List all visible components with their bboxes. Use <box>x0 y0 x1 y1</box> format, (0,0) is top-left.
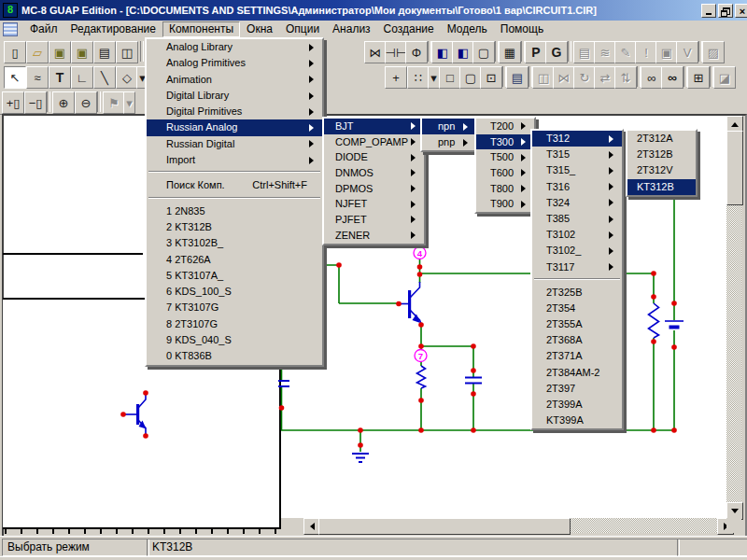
find-component-icon[interactable]: ∞ <box>661 66 684 89</box>
zoom-out-icon[interactable]: ⊖ <box>75 91 97 114</box>
point-tag-icon[interactable]: P <box>525 41 547 63</box>
menu-item[interactable]: T315_ <box>532 162 622 178</box>
ortho-wire-icon[interactable]: ∟ <box>71 66 93 89</box>
menu-item[interactable]: BJT <box>324 119 424 134</box>
menu-item[interactable]: 7 KT3107G <box>147 300 322 315</box>
menu-item[interactable]: DNMOS <box>324 165 424 181</box>
menu-item[interactable]: 2T384AM-2 <box>532 365 622 381</box>
menu-item[interactable]: Russian Digital <box>147 136 322 152</box>
menu-item[interactable] <box>148 171 320 177</box>
menu-item[interactable]: T300 <box>476 134 534 150</box>
horizontal-scroll-thumb[interactable] <box>318 518 571 535</box>
picture-icon[interactable]: ▨ <box>702 41 725 63</box>
flip-y-icon[interactable]: ⇅ <box>614 66 637 89</box>
grid-dots-icon[interactable]: ∷ <box>407 66 430 89</box>
add-page-icon[interactable]: +▯ <box>2 91 24 114</box>
menubar-item[interactable]: Модель <box>441 21 494 37</box>
menu-item[interactable]: 4 2T626A <box>147 252 322 268</box>
title-block-icon[interactable]: ▢ <box>459 66 482 89</box>
waveform-icon[interactable]: ≋ <box>594 41 616 63</box>
menu-item[interactable]: COMP_OPAMP <box>324 134 424 150</box>
menu-item[interactable]: T200 <box>476 119 534 134</box>
menu-item[interactable]: T3117 <box>532 259 622 275</box>
menu-item[interactable]: 2T354 <box>532 301 622 316</box>
vertical-scroll-thumb[interactable] <box>726 131 743 205</box>
menubar-item[interactable]: Окна <box>240 21 279 37</box>
menu-item[interactable]: 2T355A <box>532 316 622 332</box>
menubar-item[interactable]: Помощь <box>494 21 550 37</box>
zoom-in-icon[interactable]: ⊕ <box>52 91 75 114</box>
menu-item[interactable]: 2T371A <box>532 348 622 364</box>
menubar-item[interactable]: Редактирование <box>64 21 162 37</box>
vid-icon[interactable]: V <box>676 41 698 63</box>
analysis-limits-icon[interactable]: ▤ <box>573 41 596 63</box>
component-diode-icon[interactable]: ⋈ <box>364 41 387 63</box>
menu-item[interactable]: 2 KT312B <box>147 219 322 235</box>
menu-item[interactable]: DIODE <box>324 149 424 165</box>
scope-icon[interactable]: ▣ <box>655 41 678 63</box>
minimize-button[interactable] <box>701 4 716 18</box>
menu-item[interactable]: T500 <box>476 149 534 165</box>
menu-item[interactable]: Russian Analog <box>147 119 322 135</box>
rotate-icon[interactable]: ↻ <box>573 66 596 89</box>
menu-item[interactable]: 2T312A <box>627 131 696 147</box>
mirror-icon[interactable]: ⋈ <box>553 66 575 89</box>
menu-item[interactable]: T3102 <box>532 227 622 243</box>
menu-item[interactable]: NJFET <box>324 196 424 212</box>
menu-item[interactable] <box>534 278 620 285</box>
save-as-icon[interactable]: ▣ <box>71 41 93 63</box>
menu-item[interactable] <box>148 197 320 203</box>
fill-pattern-icon[interactable]: ◪ <box>713 66 736 89</box>
menu-item[interactable]: ZENER <box>324 228 424 244</box>
menu-item[interactable]: 0 KT836B <box>147 348 322 364</box>
restore-button[interactable] <box>718 4 733 18</box>
save-file-icon[interactable]: ▣ <box>49 41 71 63</box>
menu-item[interactable]: pnp <box>422 134 476 150</box>
copy-box-icon[interactable]: ◫ <box>532 66 555 89</box>
toolbar-button[interactable] <box>47 91 50 112</box>
new-file-icon[interactable]: ▯ <box>4 41 26 63</box>
grid-tag-icon[interactable]: G <box>545 41 568 63</box>
menu-item[interactable]: T385 <box>532 211 622 227</box>
window-layout-icon[interactable]: ▢ <box>472 41 495 63</box>
open-file-icon[interactable]: ▱ <box>26 41 49 63</box>
menu-item[interactable]: T600 <box>476 165 534 181</box>
toolbar-button[interactable] <box>140 41 144 62</box>
vertical-scrollbar[interactable] <box>726 116 741 518</box>
border-tool-icon[interactable]: □ <box>439 66 461 89</box>
component-capacitor-icon[interactable]: ⊣⊢ <box>385 41 407 63</box>
split-vertical-icon[interactable]: ◧ <box>452 41 474 63</box>
menu-item[interactable]: 8 2T3107G <box>147 316 322 332</box>
menu-item[interactable]: 5 KT3107A_ <box>147 268 322 284</box>
flag-icon[interactable]: ⚑ <box>103 91 125 114</box>
menu-item[interactable]: T800 <box>476 181 534 197</box>
calculator-icon[interactable]: ▦ <box>499 41 521 63</box>
menu-item[interactable]: T315 <box>532 147 622 162</box>
menubar-item[interactable]: Создание <box>377 21 441 37</box>
toolbar-button[interactable] <box>97 91 101 112</box>
menubar-item[interactable]: Компоненты <box>162 21 240 37</box>
menu-item[interactable]: 2T312V <box>627 162 696 178</box>
menu-item[interactable]: T316 <box>532 179 622 195</box>
shape-tool-icon[interactable]: ◇ <box>116 66 138 89</box>
menu-item[interactable]: T312 <box>532 131 622 147</box>
menu-item[interactable]: Digital Primitives <box>147 104 322 119</box>
crosshair-icon[interactable]: + <box>385 66 407 89</box>
probe-icon[interactable]: ✎ <box>614 41 637 63</box>
menu-item[interactable]: T3102_ <box>532 243 622 259</box>
menu-item[interactable]: Поиск Комп.Ctrl+Shift+F <box>147 177 322 193</box>
menu-item[interactable]: 3 KT3102B_ <box>147 235 322 251</box>
menu-item[interactable]: 1 2N835 <box>147 203 322 219</box>
menu-item[interactable]: T900 <box>476 196 534 212</box>
menu-item[interactable]: T324 <box>532 195 622 211</box>
menu-item[interactable]: Analog Primitives <box>147 55 322 71</box>
close-button[interactable]: × <box>735 4 747 18</box>
menu-item[interactable]: 2T397 <box>532 381 622 397</box>
line-tool-icon[interactable]: ╲ <box>93 66 116 89</box>
component-source-icon[interactable]: Φ <box>405 41 428 63</box>
print-preview-icon[interactable]: ◫ <box>116 41 138 63</box>
print-icon[interactable]: ▤ <box>93 41 116 63</box>
menu-item[interactable]: 6 KDS_100_S <box>147 284 322 300</box>
menu-item[interactable]: PJFET <box>324 212 424 228</box>
toolbar-button[interactable] <box>568 41 571 62</box>
